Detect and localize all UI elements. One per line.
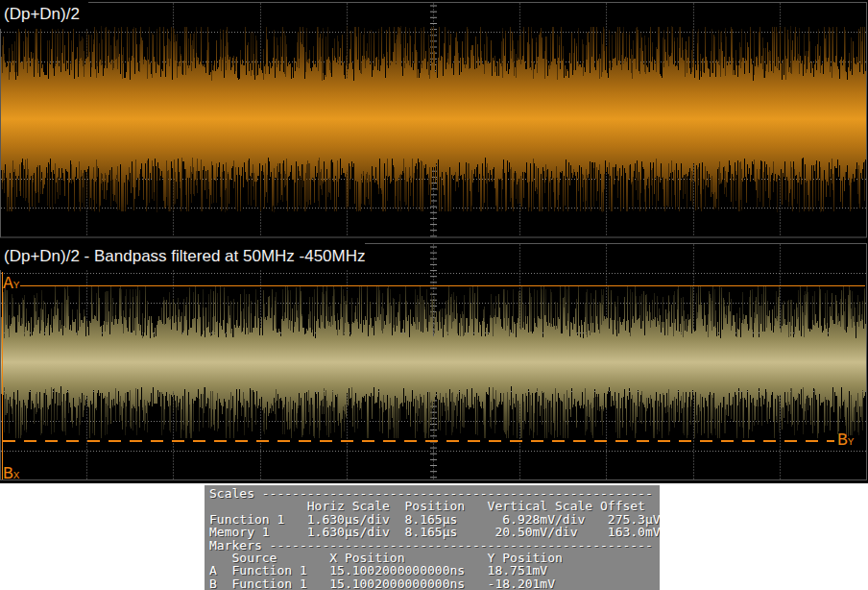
oscilloscope-screen: (Dp+Dn)/2 (Dp+Dn)/2 - Bandpass filtered … — [0, 0, 868, 590]
marker-bx-label: BX — [3, 466, 19, 483]
measurements-panel: Scales ---------------------------------… — [205, 485, 660, 590]
panel2-title: (Dp+Dn)/2 - Bandpass filtered at 50MHz -… — [0, 242, 365, 270]
panel1-title: (Dp+Dn)/2 — [0, 0, 88, 29]
info-panel-text: Scales ---------------------------------… — [205, 485, 660, 590]
bottom-strip: Scales ---------------------------------… — [0, 483, 868, 590]
marker-by-label: BY — [837, 432, 854, 450]
panel1-title-text: (Dp+Dn)/2 — [4, 5, 80, 23]
panel2-title-text: (Dp+Dn)/2 - Bandpass filtered at 50MHz -… — [4, 247, 366, 265]
marker-ay-label: AY — [3, 276, 19, 293]
